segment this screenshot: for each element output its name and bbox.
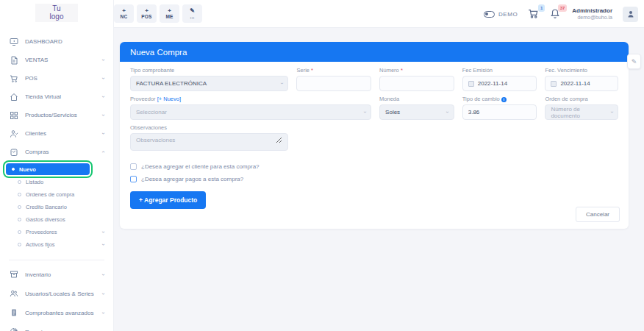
sidebar-item-comprobantes-avanzados[interactable]: Comprobantes avanzados › bbox=[0, 303, 113, 322]
checkbox-label: ¿Desea agregar pagos a esta compra? bbox=[141, 176, 243, 182]
field-observaciones: Observaciones bbox=[130, 124, 288, 151]
sidebar-subitem-label: Nuevo bbox=[19, 166, 36, 173]
new-pos-button[interactable]: + POS bbox=[137, 4, 157, 23]
sidebar-item-pos[interactable]: POS › bbox=[0, 69, 113, 88]
user-name: Administrador bbox=[572, 7, 612, 14]
notifications-button[interactable]: 37 bbox=[550, 8, 562, 20]
field-label: Serie * bbox=[296, 67, 371, 74]
doc-lines-icon bbox=[9, 308, 18, 318]
sidebar-subitem-nuevo[interactable]: Nuevo bbox=[6, 163, 90, 175]
bag-icon bbox=[9, 147, 18, 157]
checkbox-label: ¿Desea agregar el cliente para esta comp… bbox=[141, 163, 260, 170]
sidebar-subitem-activos-fijos[interactable]: Activos fijos › bbox=[0, 238, 113, 251]
cart-badge: 1 bbox=[538, 4, 545, 12]
bullet-icon bbox=[12, 168, 15, 171]
sidebar-subitem-listado[interactable]: Listado bbox=[0, 176, 113, 188]
new-me-button[interactable]: + ME bbox=[160, 4, 179, 23]
sidebar-item-label: DASHBOARD bbox=[25, 38, 104, 45]
orden-compra-select[interactable]: Número de documento › bbox=[545, 104, 618, 120]
avatar[interactable] bbox=[623, 7, 638, 22]
moneda-select[interactable]: Soles › bbox=[379, 104, 454, 120]
tipo-cambio-input-wrap bbox=[462, 104, 537, 120]
app-logo[interactable]: Tu logo bbox=[35, 4, 78, 22]
numero-input[interactable] bbox=[385, 80, 448, 87]
sidebar-subitem-ordenes-de-compra[interactable]: Ordenes de compra bbox=[0, 188, 113, 201]
sidebar-subitem-gastos-diversos[interactable]: Gastos diversos bbox=[0, 213, 113, 226]
user-info[interactable]: Administrador demo@buho.la bbox=[572, 7, 612, 20]
sidebar-item-productos-servicios[interactable]: Productos/Servicios › bbox=[0, 106, 113, 124]
cancelar-button[interactable]: Cancelar bbox=[576, 207, 620, 222]
info-icon[interactable]: i bbox=[501, 97, 507, 102]
sidebar-item-label: Compras bbox=[25, 149, 96, 155]
sidebar-item-label: Usuarios/Locales & Series bbox=[25, 291, 96, 297]
sidebar-subitem-proveedores[interactable]: Proveedores › bbox=[0, 226, 113, 238]
logo-line-1: Tu bbox=[52, 4, 60, 13]
topbar-right: DEMO 1 37 Administrador demo@buho.la bbox=[484, 0, 638, 28]
proveedor-select[interactable]: Seleccionar › bbox=[130, 104, 371, 120]
field-tipo-comprobante: Tipo comprobante FACTURA ELECTRÓNICA › bbox=[130, 67, 288, 91]
calendar-icon bbox=[551, 81, 557, 87]
demo-toggle[interactable]: DEMO bbox=[484, 11, 518, 18]
sidebar-item-ventas[interactable]: VENTAS › bbox=[0, 51, 113, 69]
person-check-icon bbox=[9, 129, 18, 138]
pencil-icon: ✎ bbox=[190, 8, 195, 14]
tipo-comprobante-select[interactable]: FACTURA ELECTRÓNICA › bbox=[130, 76, 288, 91]
bullet-icon bbox=[18, 193, 21, 196]
field-label: Orden de compra bbox=[545, 96, 618, 102]
page-title: Nueva Compra bbox=[130, 48, 187, 57]
sidebar-item-compras[interactable]: Compras › bbox=[0, 143, 113, 161]
chevron-down-icon: › bbox=[100, 243, 107, 246]
sidebar-subitem-credito-bancario[interactable]: Credito Bancario bbox=[0, 201, 113, 213]
fec-emision-datepicker[interactable]: 2022-11-14 bbox=[462, 76, 537, 91]
fec-vencimiento-datepicker[interactable]: 2022-11-14 bbox=[545, 76, 618, 91]
plus-icon: + bbox=[122, 8, 126, 14]
chevron-down-icon: › bbox=[100, 274, 107, 276]
field-fec-emision: Fec Emisión 2022-11-14 bbox=[462, 67, 537, 91]
sidebar-item-dashboard[interactable]: DASHBOARD bbox=[0, 32, 113, 51]
document-icon bbox=[9, 55, 18, 65]
chevron-down-icon: › bbox=[100, 77, 107, 79]
checkbox-icon[interactable] bbox=[130, 176, 137, 182]
more-actions-button[interactable]: ✎ ... bbox=[182, 4, 202, 23]
serie-input-wrap bbox=[296, 76, 371, 91]
sidebar-item-tienda-virtual[interactable]: Tienda Virtual › bbox=[0, 88, 113, 106]
customize-pencil-button[interactable]: ✎ bbox=[627, 54, 641, 69]
chevron-down-icon: › bbox=[100, 231, 107, 233]
sidebar-subitem-label: Credito Bancario bbox=[26, 204, 67, 210]
sidebar-subitem-label: Ordenes de compra bbox=[26, 191, 74, 198]
sidebar: Tu logo DASHBOARD VENTAS › POS › bbox=[0, 0, 114, 331]
observaciones-textarea[interactable] bbox=[136, 137, 282, 143]
bullet-icon bbox=[18, 230, 21, 234]
sidebar-item-label: POS bbox=[25, 75, 96, 82]
serie-input[interactable] bbox=[302, 80, 365, 87]
chevron-up-icon: › bbox=[100, 151, 107, 153]
proveedor-nuevo-link[interactable]: [+ Nuevo] bbox=[157, 96, 181, 102]
sidebar-item-inventario[interactable]: Inventario › bbox=[0, 265, 113, 284]
checkbox-icon[interactable] bbox=[130, 163, 137, 170]
chevron-down-icon: › bbox=[362, 111, 367, 113]
calendar-icon bbox=[468, 81, 474, 87]
demo-label: DEMO bbox=[498, 11, 518, 18]
agregar-pagos-checkbox-row[interactable]: ¿Desea agregar pagos a esta compra? bbox=[130, 176, 618, 182]
field-label: Moneda bbox=[379, 96, 454, 102]
field-label: Observaciones bbox=[130, 124, 288, 131]
agregar-cliente-checkbox-row[interactable]: ¿Desea agregar el cliente para esta comp… bbox=[130, 163, 618, 170]
agregar-producto-button[interactable]: + Agregar Producto bbox=[130, 191, 206, 209]
sidebar-item-reportes[interactable]: Reportes bbox=[0, 322, 113, 331]
sidebar-item-label: Comprobantes avanzados bbox=[25, 310, 96, 316]
bullet-icon bbox=[18, 205, 21, 209]
cart-button[interactable]: 1 bbox=[528, 8, 540, 20]
home-icon bbox=[9, 92, 18, 102]
field-proveedor: Proveedor [+ Nuevo] Seleccionar › bbox=[130, 96, 371, 120]
archive-box-icon bbox=[9, 270, 18, 280]
pencil-icon: ✎ bbox=[632, 58, 637, 65]
chevron-down-icon: › bbox=[100, 96, 107, 98]
pie-chart-icon bbox=[9, 327, 18, 331]
sidebar-item-clientes[interactable]: Clientes › bbox=[0, 124, 113, 143]
new-nc-button[interactable]: + NC bbox=[114, 4, 134, 23]
sidebar-item-usuarios-locales-series[interactable]: Usuarios/Locales & Series › bbox=[0, 284, 113, 303]
tipo-cambio-input[interactable] bbox=[468, 109, 532, 115]
dashboard-icon bbox=[9, 37, 18, 46]
field-label: Tipo de cambioi bbox=[462, 96, 537, 102]
sidebar-subitem-label: Activos fijos bbox=[26, 241, 55, 248]
